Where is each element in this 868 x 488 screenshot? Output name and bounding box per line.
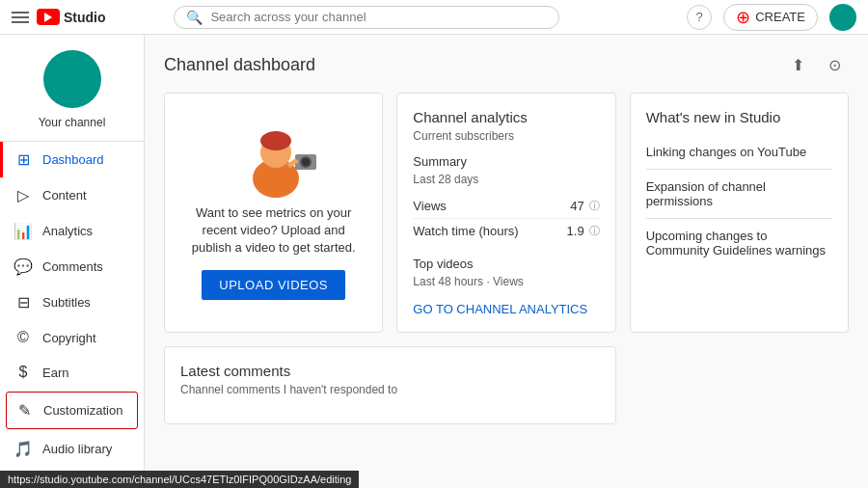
latest-comments-card: Latest comments Channel comments I haven… xyxy=(164,346,616,424)
avatar[interactable] xyxy=(829,4,856,31)
audio-library-icon: 🎵 xyxy=(14,440,33,458)
summary-label: Summary xyxy=(413,154,599,169)
sidebar-item-subtitles[interactable]: ⊟ Subtitles xyxy=(0,285,144,320)
customize-icon-btn[interactable]: ⊙ xyxy=(820,50,849,79)
sidebar-item-copyright[interactable]: © Copyright xyxy=(0,320,144,355)
analytics-subtitle: Current subscribers xyxy=(413,129,599,143)
create-icon: ⊕ xyxy=(736,9,750,26)
whats-new-item-1[interactable]: Expansion of channel permissions xyxy=(646,170,832,219)
sidebar-item-subtitles-label: Subtitles xyxy=(42,295,91,310)
sidebar-item-comments-label: Comments xyxy=(42,259,103,274)
dashboard-grid: Want to see metrics on your recent video… xyxy=(164,93,849,424)
page-actions: ⬆ ⊙ xyxy=(783,50,849,79)
help-button[interactable]: ? xyxy=(687,5,712,30)
channel-avatar xyxy=(43,50,101,108)
customization-icon: ✎ xyxy=(14,401,34,420)
sidebar-item-content[interactable]: ▷ Content xyxy=(0,177,144,213)
svg-point-2 xyxy=(260,131,291,150)
watchtime-info-icon[interactable]: ⓘ xyxy=(589,224,600,238)
sidebar-item-dashboard[interactable]: ⊞ Dashboard xyxy=(0,142,144,177)
subtitles-icon: ⊟ xyxy=(14,293,33,312)
whats-new-card: What's new in Studio Linking changes on … xyxy=(630,93,849,333)
youtube-logo-icon xyxy=(37,9,60,25)
sidebar-item-earn-label: Earn xyxy=(42,366,68,380)
channel-info: Your channel xyxy=(0,35,144,142)
watchtime-value: 1.9 xyxy=(567,224,584,238)
dashboard-icon: ⊞ xyxy=(14,150,33,169)
sidebar-item-analytics-label: Analytics xyxy=(42,224,93,238)
whats-new-title: What's new in Studio xyxy=(646,109,832,125)
search-icon: 🔍 xyxy=(186,10,203,25)
hamburger-button[interactable] xyxy=(12,12,29,23)
svg-point-5 xyxy=(302,158,310,166)
watchtime-stat-row: Watch time (hours) 1.9 ⓘ xyxy=(413,219,599,243)
sidebar-item-customization[interactable]: ✎ Customization xyxy=(6,392,138,429)
sidebar-item-audio-library-label: Audio library xyxy=(42,442,112,456)
page-title: Channel dashboard xyxy=(164,55,315,75)
sidebar-item-content-label: Content xyxy=(42,188,87,203)
analytics-card: Channel analytics Current subscribers Su… xyxy=(396,93,615,333)
views-value-container: 47 ⓘ xyxy=(570,199,599,213)
topbar-left: Studio xyxy=(12,9,106,25)
sidebar-item-audio-library[interactable]: 🎵 Audio library xyxy=(0,431,144,467)
topbar: Studio 🔍 ? ⊕ CREATE xyxy=(0,0,868,35)
sidebar-item-earn[interactable]: $ Earn xyxy=(0,355,144,390)
topbar-right: ? ⊕ CREATE xyxy=(687,4,856,31)
sidebar-item-analytics[interactable]: 📊 Analytics xyxy=(0,213,144,249)
content-area: Channel dashboard ⬆ ⊙ xyxy=(145,35,868,488)
page-title-row: Channel dashboard ⬆ ⊙ xyxy=(164,50,849,79)
analytics-title: Channel analytics xyxy=(413,109,599,125)
create-label: CREATE xyxy=(755,10,805,24)
watchtime-label: Watch time (hours) xyxy=(413,224,518,238)
status-url: https://studio.youtube.com/channel/UCcs4… xyxy=(8,474,351,485)
copyright-icon: © xyxy=(14,329,33,346)
whats-new-item-0[interactable]: Linking changes on YouTube xyxy=(646,135,832,170)
latest-comments-subtitle: Channel comments I haven't responded to xyxy=(180,383,600,396)
upload-illustration xyxy=(235,125,312,193)
watchtime-value-container: 1.9 ⓘ xyxy=(567,224,600,238)
search-input[interactable] xyxy=(210,10,547,24)
comments-icon: 💬 xyxy=(14,258,33,276)
upload-videos-button[interactable]: UPLOAD VIDEOS xyxy=(202,270,345,300)
upload-text: Want to see metrics on your recent video… xyxy=(184,204,363,258)
sidebar-item-comments[interactable]: 💬 Comments xyxy=(0,249,144,285)
content-icon: ▷ xyxy=(14,186,33,204)
status-bar: https://studio.youtube.com/channel/UCcs4… xyxy=(0,471,359,488)
top-videos-label: Top videos xyxy=(413,257,599,271)
main-layout: Your channel ⊞ Dashboard ▷ Content 📊 Ana… xyxy=(0,35,868,488)
latest-comments-title: Latest comments xyxy=(180,363,600,379)
create-button[interactable]: ⊕ CREATE xyxy=(723,4,818,31)
sidebar-item-copyright-label: Copyright xyxy=(42,331,96,345)
sidebar-item-customization-label: Customization xyxy=(43,403,122,418)
whats-new-items: Linking changes on YouTube Expansion of … xyxy=(646,135,832,267)
search-bar[interactable]: 🔍 xyxy=(174,6,559,29)
illustration-svg xyxy=(235,125,322,198)
upload-card: Want to see metrics on your recent video… xyxy=(164,93,383,333)
sidebar-item-dashboard-label: Dashboard xyxy=(42,152,104,167)
earn-icon: $ xyxy=(14,364,33,381)
stats-container: Views 47 ⓘ Watch time (hours) 1.9 ⓘ xyxy=(413,194,599,243)
summary-section: Summary Last 28 days Views 47 ⓘ Watch ti… xyxy=(413,154,599,243)
top-videos-section: Top videos Last 48 hours · Views xyxy=(413,257,599,288)
upload-icon-btn[interactable]: ⬆ xyxy=(783,50,812,79)
analytics-icon: 📊 xyxy=(14,222,33,240)
logo[interactable]: Studio xyxy=(37,9,106,25)
summary-period: Last 28 days xyxy=(413,173,599,186)
views-label: Views xyxy=(413,199,446,213)
help-icon: ? xyxy=(696,10,703,24)
channel-name: Your channel xyxy=(39,116,106,129)
top-videos-period: Last 48 hours · Views xyxy=(413,275,599,288)
whats-new-item-2[interactable]: Upcoming changes to Community Guidelines… xyxy=(646,219,832,267)
views-value: 47 xyxy=(570,199,583,213)
go-to-analytics-link[interactable]: GO TO CHANNEL ANALYTICS xyxy=(413,302,587,316)
views-stat-row: Views 47 ⓘ xyxy=(413,194,599,219)
studio-label: Studio xyxy=(64,10,106,25)
views-info-icon[interactable]: ⓘ xyxy=(589,199,600,213)
sidebar: Your channel ⊞ Dashboard ▷ Content 📊 Ana… xyxy=(0,35,145,488)
